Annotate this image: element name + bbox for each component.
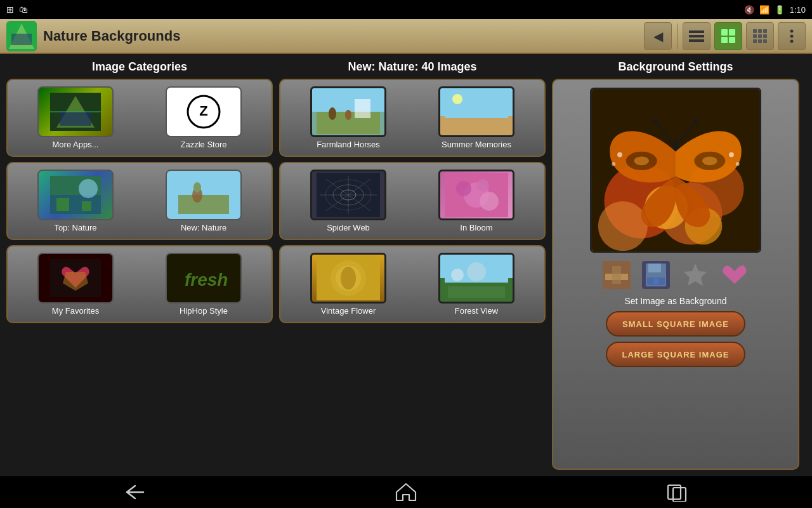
mute-icon: 🔇 xyxy=(744,5,754,15)
cat-new-nature[interactable]: New: Nature xyxy=(142,170,265,232)
settings-panel: + Set Image as Background SMALL SQUARE I… xyxy=(552,79,799,470)
svg-point-85 xyxy=(729,152,734,157)
cat-label-hiphop: HipHop Style xyxy=(180,306,228,316)
nature-row-3: Vintage Flower Forest View xyxy=(279,245,546,323)
toolbar-divider-1 xyxy=(677,23,678,49)
set-image-label: Set Image as Background xyxy=(624,296,726,306)
svg-point-98 xyxy=(653,278,659,284)
list-view-button[interactable] xyxy=(683,22,710,50)
status-left-icons: ⊞ 🛍 xyxy=(6,4,28,15)
svg-point-48 xyxy=(452,94,462,104)
svg-rect-14 xyxy=(758,34,762,38)
svg-rect-18 xyxy=(763,39,767,43)
svg-marker-99 xyxy=(684,264,707,286)
svg-point-88 xyxy=(653,119,658,124)
nature-label-bloom: In Bloom xyxy=(460,223,492,232)
svg-rect-16 xyxy=(753,39,757,43)
app-bar: Nature Backgrounds ◀ xyxy=(0,19,812,54)
nature-farmland[interactable]: Farmland Horses xyxy=(287,86,410,149)
main-content: Image Categories More Apps... xyxy=(0,54,812,476)
cat-my-favorites[interactable]: My Favorites xyxy=(14,253,137,316)
back-button[interactable]: ◀ xyxy=(644,22,672,50)
nature-thumb-spider xyxy=(310,170,386,220)
svg-rect-17 xyxy=(758,39,762,43)
cat-thumb-top-nature xyxy=(37,170,114,220)
cat-label-more-apps: More Apps... xyxy=(53,140,99,149)
cat-thumb-more-apps xyxy=(37,86,114,137)
svg-rect-10 xyxy=(753,29,757,33)
cat-thumb-new-nature xyxy=(166,170,242,220)
star-button[interactable] xyxy=(679,259,711,291)
svg-rect-93 xyxy=(612,266,621,284)
crop-button[interactable] xyxy=(601,259,632,291)
bottom-nav xyxy=(0,476,812,508)
app-bar-right: ◀ xyxy=(644,22,806,50)
nature-label-summer: Summer Memories xyxy=(442,140,511,149)
cat-more-apps[interactable]: More Apps... xyxy=(14,86,137,149)
svg-point-81 xyxy=(634,156,648,165)
nature-section: New: Nature: 40 Images Farmland Horses xyxy=(279,60,546,470)
bag-icon: 🛍 xyxy=(19,4,28,15)
large-square-button[interactable]: LARGE SQUARE IMAGE xyxy=(606,342,745,367)
back-nav-button[interactable] xyxy=(116,479,154,505)
category-row-2: Top: Nature New: Nature xyxy=(6,162,273,240)
svg-point-83 xyxy=(617,152,622,157)
svg-point-20 xyxy=(790,34,794,37)
status-bar: ⊞ 🛍 🔇 📶 🔋 1:10 xyxy=(0,0,812,19)
small-square-button[interactable]: SMALL SQUARE IMAGE xyxy=(606,311,745,337)
svg-point-69 xyxy=(451,269,464,281)
svg-rect-5 xyxy=(689,39,704,42)
heart-button[interactable]: + xyxy=(719,259,750,291)
nature-row-1: Farmland Horses Summer Memories xyxy=(279,79,546,157)
svg-text:Z: Z xyxy=(199,103,207,119)
home-nav-button[interactable] xyxy=(387,479,425,505)
svg-point-74 xyxy=(598,201,648,251)
more-options-button[interactable] xyxy=(778,22,806,50)
svg-rect-96 xyxy=(648,264,661,272)
svg-rect-68 xyxy=(448,286,505,298)
cat-thumb-favorites xyxy=(37,253,114,304)
svg-point-61 xyxy=(476,179,489,192)
category-row-1: More Apps... Z Zazzle Store xyxy=(6,79,273,157)
nature-summer[interactable]: Summer Memories xyxy=(415,86,538,149)
nature-vintage[interactable]: Vintage Flower xyxy=(287,253,410,316)
svg-rect-32 xyxy=(56,198,69,211)
settings-title: Background Settings xyxy=(552,60,799,74)
svg-point-70 xyxy=(467,262,486,281)
preview-image xyxy=(590,88,761,253)
svg-rect-7 xyxy=(729,29,735,36)
categories-title: Image Categories xyxy=(6,60,273,74)
status-right-icons: 🔇 📶 🔋 1:10 xyxy=(744,5,806,15)
app-bar-left: Nature Backgrounds xyxy=(6,21,180,51)
svg-rect-43 xyxy=(355,99,370,118)
svg-text:+: + xyxy=(741,262,746,272)
svg-rect-15 xyxy=(763,34,767,38)
nature-spider[interactable]: Spider Web xyxy=(287,170,410,232)
svg-rect-2 xyxy=(11,34,32,45)
cat-top-nature[interactable]: Top: Nature xyxy=(14,170,137,232)
grid2-view-button[interactable] xyxy=(714,22,742,50)
save-button[interactable] xyxy=(640,259,672,291)
nature-forest[interactable]: Forest View xyxy=(415,253,538,316)
cat-zazzle[interactable]: Z Zazzle Store xyxy=(142,86,265,149)
recents-nav-button[interactable] xyxy=(658,479,696,505)
nature-thumb-farmland xyxy=(310,86,386,137)
svg-rect-24 xyxy=(60,112,91,126)
svg-point-82 xyxy=(702,156,717,165)
settings-section: Background Settings xyxy=(552,60,799,470)
cat-hiphop[interactable]: fresh HipHop Style xyxy=(142,253,265,316)
svg-rect-34 xyxy=(178,176,229,195)
cat-label-favorites: My Favorites xyxy=(52,306,99,316)
grid-icon: ⊞ xyxy=(6,4,14,15)
wifi-icon: 📶 xyxy=(759,5,769,15)
svg-rect-8 xyxy=(721,37,728,43)
svg-point-21 xyxy=(790,39,794,43)
grid3-view-button[interactable] xyxy=(746,22,774,50)
svg-rect-4 xyxy=(689,35,704,37)
svg-rect-12 xyxy=(763,29,767,33)
nature-thumb-summer xyxy=(438,86,514,137)
time-display: 1:10 xyxy=(790,5,806,15)
svg-rect-13 xyxy=(753,34,757,38)
nature-bloom[interactable]: In Bloom xyxy=(415,170,538,232)
svg-rect-9 xyxy=(729,37,735,43)
